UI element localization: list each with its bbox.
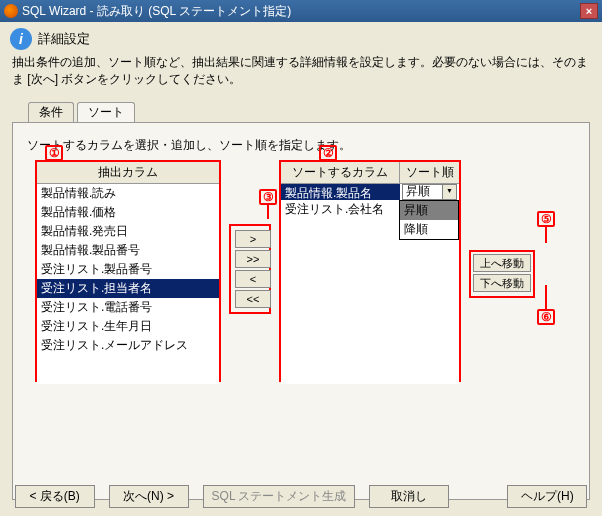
annotation-3: ③ bbox=[259, 189, 277, 205]
sort-columns-body: 製品情報.製品名 昇順 ▼ 受注リスト.会社名 昇順 降順 bbox=[281, 184, 459, 384]
page-description: 抽出条件の追加、ソート順など、抽出結果に関連する詳細情報を設定します。必要のない… bbox=[0, 54, 602, 94]
table-row[interactable]: 製品情報.製品名 昇順 ▼ bbox=[281, 184, 459, 200]
list-item[interactable]: 受注リスト.製品番号 bbox=[37, 260, 219, 279]
sort-order-dropdown[interactable]: 昇順 降順 bbox=[399, 200, 459, 240]
add-one-button[interactable]: > bbox=[235, 230, 271, 248]
sort-panel: ソートするカラムを選択・追加し、ソート順を指定します。 ① ② ③ ④ ⑤ ⑥ … bbox=[12, 122, 590, 500]
reorder-controls: 上へ移動 下へ移動 bbox=[469, 160, 533, 298]
extract-columns-body: 製品情報.読み 製品情報.価格 製品情報.発売日 製品情報.製品番号 受注リスト… bbox=[37, 184, 219, 384]
list-item[interactable]: 受注リスト.電話番号 bbox=[37, 298, 219, 317]
panel-instruction: ソートするカラムを選択・追加し、ソート順を指定します。 bbox=[23, 133, 579, 160]
page-title: 詳細設定 bbox=[38, 30, 90, 48]
list-item[interactable]: 製品情報.読み bbox=[37, 184, 219, 203]
annotation-5: ⑤ bbox=[537, 211, 555, 227]
dropdown-option[interactable]: 昇順 bbox=[400, 201, 458, 220]
extract-columns-header: 抽出カラム bbox=[37, 162, 219, 184]
extract-columns-listbox[interactable]: 抽出カラム 製品情報.読み 製品情報.価格 製品情報.発売日 製品情報.製品番号… bbox=[35, 160, 221, 382]
tab-strip: 条件 ソート bbox=[28, 102, 602, 122]
annotation-6: ⑥ bbox=[537, 309, 555, 325]
annotation-2: ② bbox=[319, 145, 337, 161]
tab-sort[interactable]: ソート bbox=[77, 102, 135, 122]
list-item[interactable]: 受注リスト.担当者名 bbox=[37, 279, 219, 298]
list-item[interactable]: 受注リスト.生年月日 bbox=[37, 317, 219, 336]
list-item[interactable]: 製品情報.製品番号 bbox=[37, 241, 219, 260]
back-button[interactable]: < 戻る(B) bbox=[15, 485, 95, 508]
header-row: i 詳細設定 bbox=[0, 22, 602, 54]
list-item[interactable]: 製品情報.発売日 bbox=[37, 222, 219, 241]
sort-col-cell: 受注リスト.会社名 bbox=[281, 200, 400, 216]
list-item[interactable]: 受注リスト.メールアドレス bbox=[37, 336, 219, 355]
cancel-button[interactable]: 取消し bbox=[369, 485, 449, 508]
move-up-button[interactable]: 上へ移動 bbox=[473, 254, 531, 272]
annotation-line-3 bbox=[267, 205, 269, 219]
list-item[interactable]: 製品情報.価格 bbox=[37, 203, 219, 222]
help-button[interactable]: ヘルプ(H) bbox=[507, 485, 587, 508]
sort-column-header: ソートするカラム bbox=[281, 162, 400, 184]
dropdown-option[interactable]: 降順 bbox=[400, 220, 458, 239]
remove-all-button[interactable]: << bbox=[235, 290, 271, 308]
window-title: SQL Wizard - 読み取り (SQL ステートメント指定) bbox=[22, 3, 580, 20]
chevron-down-icon[interactable]: ▼ bbox=[442, 185, 456, 199]
tab-conditions[interactable]: 条件 bbox=[28, 102, 74, 122]
title-bar: SQL Wizard - 読み取り (SQL ステートメント指定) × bbox=[0, 0, 602, 22]
add-all-button[interactable]: >> bbox=[235, 250, 271, 268]
sort-order-combo[interactable]: 昇順 ▼ bbox=[402, 184, 457, 200]
annotation-line-6 bbox=[545, 285, 547, 309]
generate-sql-button: SQL ステートメント生成 bbox=[203, 485, 356, 508]
sort-col-cell: 製品情報.製品名 bbox=[281, 184, 400, 200]
close-icon[interactable]: × bbox=[580, 3, 598, 19]
annotation-line-5 bbox=[545, 227, 547, 243]
info-icon: i bbox=[10, 28, 32, 50]
sort-order-header: ソート順 bbox=[400, 162, 459, 184]
move-buttons-group: > >> < << bbox=[229, 224, 271, 314]
wizard-footer: < 戻る(B) 次へ(N) > SQL ステートメント生成 取消し ヘルプ(H) bbox=[0, 485, 602, 508]
app-icon bbox=[4, 4, 18, 18]
next-button[interactable]: 次へ(N) > bbox=[109, 485, 189, 508]
annotation-1: ① bbox=[45, 145, 63, 161]
move-down-button[interactable]: 下へ移動 bbox=[473, 274, 531, 292]
sort-order-value: 昇順 bbox=[406, 183, 430, 200]
remove-one-button[interactable]: < bbox=[235, 270, 271, 288]
sort-columns-listbox[interactable]: ソートするカラム ソート順 製品情報.製品名 昇順 ▼ 受注リスト.会社名 bbox=[279, 160, 461, 382]
sort-order-cell[interactable]: 昇順 ▼ bbox=[400, 184, 459, 200]
